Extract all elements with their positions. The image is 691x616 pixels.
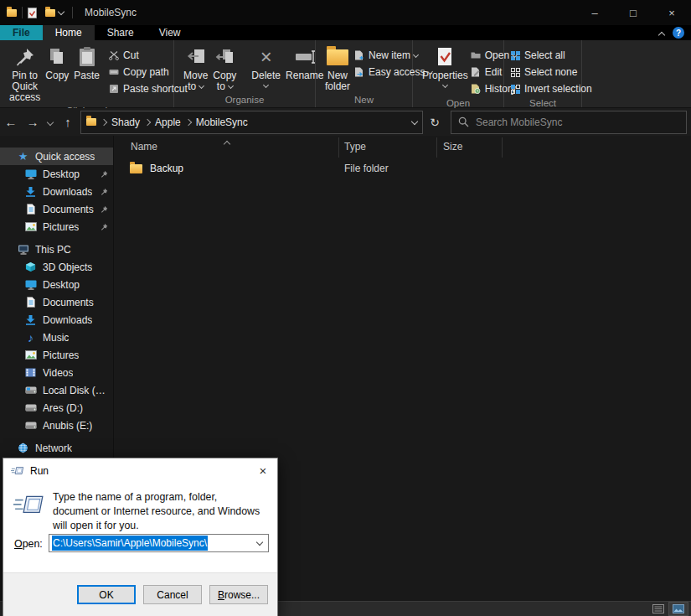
column-header-type[interactable]: Type (344, 141, 366, 153)
close-button[interactable]: × (652, 0, 691, 25)
move-to-icon (187, 45, 205, 69)
disk-windows-icon (24, 386, 37, 394)
sidebar-item-pictures-qa[interactable]: Pictures (0, 218, 113, 236)
title-bar: MobileSync – □ × (0, 0, 691, 25)
collapse-ribbon-chevron-icon[interactable] (659, 27, 664, 39)
browse-button[interactable]: Browse... (209, 585, 268, 604)
sidebar-item-anubis-e[interactable]: Anubis (E:) (0, 417, 113, 434)
copy-to-button[interactable]: Copy to (210, 44, 239, 94)
copy-button[interactable]: Copy (43, 44, 71, 83)
pin-icon (100, 205, 108, 214)
help-icon[interactable]: ? (673, 27, 684, 39)
open-icon (471, 51, 481, 60)
column-divider[interactable] (338, 137, 339, 158)
run-icon (13, 494, 45, 520)
qat-new-folder-icon[interactable] (45, 9, 55, 17)
select-none-button[interactable]: Select none (511, 64, 592, 80)
search-icon (458, 116, 469, 127)
sidebar-item-this-pc[interactable]: This PC (0, 241, 113, 258)
tab-home[interactable]: Home (43, 25, 95, 40)
sidebar-item-desktop-qa[interactable]: Desktop (0, 165, 113, 183)
address-dropdown-chevron-icon[interactable] (412, 116, 417, 128)
minimize-button[interactable]: – (575, 0, 614, 25)
ribbon-group-organise: Move to Copy to × Delete Re (174, 40, 316, 107)
qat-properties-icon[interactable] (28, 8, 37, 18)
pin-icon (16, 45, 34, 69)
combobox-chevron-down-icon[interactable] (257, 537, 262, 549)
details-view-button[interactable] (649, 603, 668, 615)
sidebar-item-ares-d[interactable]: Ares (D:) (0, 399, 113, 417)
ribbon-group-new: New folder New item Easy access (316, 40, 413, 107)
search-input[interactable]: Search MobileSync (451, 111, 687, 134)
sidebar-item-pictures-pc[interactable]: Pictures (0, 346, 113, 364)
tab-view[interactable]: View (147, 25, 193, 40)
run-dialog: Run × Type the name of a program, folder… (3, 458, 278, 616)
pin-to-quick-access-button[interactable]: Pin to Quick access (7, 44, 43, 105)
address-bar[interactable]: Shady Apple MobileSync (80, 111, 423, 134)
paste-button[interactable]: Paste (71, 44, 102, 83)
sidebar-item-downloads-pc[interactable]: Downloads (0, 311, 113, 329)
qat-chevron-down-icon[interactable] (59, 7, 64, 18)
this-pc-icon (17, 245, 29, 255)
column-divider[interactable] (436, 137, 437, 158)
organise-group-label: Organise (174, 94, 315, 107)
paste-shortcut-icon (109, 84, 119, 94)
breadcrumb-shady[interactable]: Shady (111, 116, 140, 128)
breadcrumb-separator-icon (101, 118, 107, 125)
disk-icon (24, 422, 37, 429)
run-dialog-close-button[interactable]: × (249, 458, 277, 483)
new-folder-button[interactable]: New folder (322, 44, 353, 94)
sort-ascending-icon (224, 136, 229, 148)
column-header-name[interactable]: Name (131, 141, 157, 153)
sidebar-item-videos[interactable]: Videos (0, 364, 113, 381)
sidebar-item-local-disk-c[interactable]: Local Disk (C:) (0, 381, 113, 399)
sidebar-item-downloads-qa[interactable]: Downloads (0, 183, 113, 200)
videos-icon (24, 368, 37, 377)
ok-button[interactable]: OK (77, 585, 136, 604)
run-dialog-icon (11, 466, 24, 476)
pin-icon (100, 170, 108, 179)
breadcrumb-mobilesync[interactable]: MobileSync (196, 116, 248, 128)
pin-icon (100, 188, 108, 196)
sidebar-item-desktop-pc[interactable]: Desktop (0, 276, 113, 293)
delete-button[interactable]: × Delete (249, 44, 283, 89)
sidebar-item-quick-access[interactable]: ★ Quick access (0, 148, 113, 165)
search-placeholder: Search MobileSync (476, 116, 562, 128)
new-group-label: New (316, 94, 412, 107)
up-button[interactable]: ↑ (57, 111, 79, 133)
back-button[interactable]: ← (0, 111, 22, 133)
copy-to-icon (215, 45, 234, 69)
desktop-icon (24, 169, 37, 179)
cancel-button[interactable]: Cancel (143, 585, 202, 604)
open-group-label: Open (413, 97, 503, 109)
sidebar-item-music[interactable]: ♪ Music (0, 329, 113, 346)
column-header-size[interactable]: Size (443, 141, 462, 153)
new-folder-icon (327, 45, 348, 69)
documents-icon (24, 297, 37, 308)
breadcrumb-apple[interactable]: Apple (155, 116, 181, 128)
properties-icon (436, 45, 453, 69)
forward-button[interactable]: → (22, 111, 44, 133)
file-row-backup[interactable]: Backup File folder (114, 159, 691, 178)
downloads-icon (24, 187, 37, 197)
thumbnail-view-button[interactable] (669, 603, 688, 615)
history-icon (471, 84, 481, 94)
tab-file[interactable]: File (0, 25, 43, 40)
sidebar-item-documents-qa[interactable]: Documents (0, 200, 113, 218)
maximize-button[interactable]: □ (614, 0, 652, 25)
invert-selection-button[interactable]: Invert selection (511, 80, 592, 97)
open-combobox[interactable]: C:\Users\Samir\Apple\MobileSync\ (49, 534, 269, 552)
sidebar-item-documents-pc[interactable]: Documents (0, 293, 113, 311)
tab-share[interactable]: Share (95, 25, 147, 40)
refresh-button[interactable]: ↻ (423, 111, 446, 133)
recent-locations-chevron-icon[interactable] (44, 111, 57, 133)
move-to-button[interactable]: Move to (181, 44, 210, 94)
window-title: MobileSync (85, 7, 137, 18)
properties-button[interactable]: Properties (420, 44, 471, 89)
sidebar-item-network[interactable]: Network (0, 439, 113, 457)
column-divider[interactable] (502, 137, 503, 158)
select-all-button[interactable]: Select all (511, 47, 592, 64)
sidebar-item-3d-objects[interactable]: 3D Objects (0, 258, 113, 276)
breadcrumb-separator-icon (144, 118, 151, 125)
edit-icon (471, 67, 481, 77)
